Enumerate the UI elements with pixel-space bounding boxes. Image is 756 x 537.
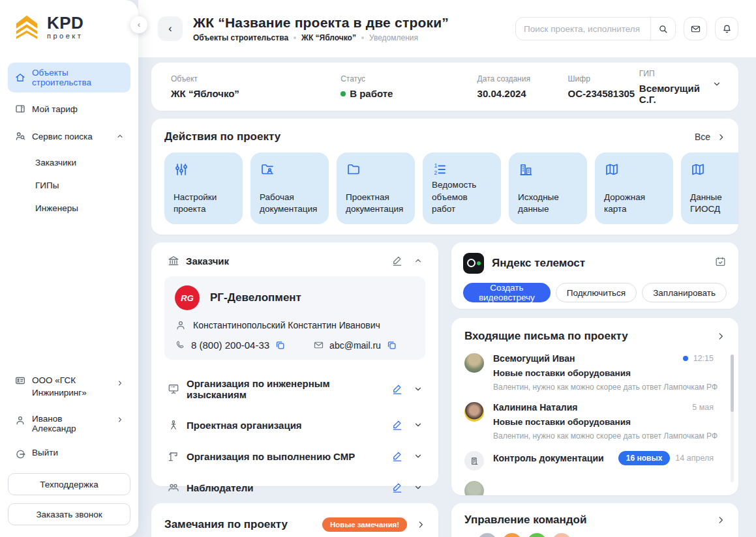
edit-section-button[interactable] — [391, 419, 403, 431]
action-card-source-data[interactable]: Исходные данные — [509, 152, 587, 224]
open-remarks-button[interactable] — [416, 520, 425, 529]
logo-text: KPD — [47, 14, 83, 31]
sidebar-item-company[interactable]: ООО «ГСК Инжиниринг» — [8, 369, 130, 405]
email-preview: Валентин, нужно как можно скорее дать от… — [493, 383, 725, 392]
status-dot — [340, 91, 346, 96]
action-label: Ведомость объемов работ — [432, 179, 492, 215]
search-input[interactable] — [516, 24, 650, 34]
sidebar-item-user[interactable]: Иванов Александр — [8, 409, 130, 439]
sidebar-item-objects[interactable]: Объекты строительства — [8, 63, 130, 93]
action-card-project-settings[interactable]: Настройки проекта — [164, 152, 243, 224]
order-call-button[interactable]: Заказать звонок — [8, 503, 130, 525]
person-search-icon — [14, 130, 26, 142]
section-design-org[interactable]: Проектная организация — [164, 418, 425, 431]
action-card-working-docs[interactable]: Рабочая документация — [250, 152, 329, 224]
person-icon — [175, 319, 187, 331]
sidebar-item-search-service[interactable]: Сервис поиска — [8, 125, 130, 147]
expand-section-button[interactable] — [414, 385, 423, 394]
subitem-label: ГИПы — [35, 181, 59, 190]
action-card-project-docs[interactable]: Проектная документация — [337, 152, 415, 224]
inbox-scrollbar[interactable] — [731, 355, 734, 482]
new-count-badge: 16 новых — [618, 451, 671, 465]
sidebar-item-tariff[interactable]: Мой тариф — [8, 98, 130, 120]
tariff-card-icon — [14, 103, 26, 115]
sidebar-subitem-engineers[interactable]: Инженеры — [8, 198, 130, 218]
company-name: РГ-Девелопмент — [210, 291, 301, 304]
view-all-label: Все — [695, 132, 710, 142]
section-label: Проектная организация — [187, 420, 302, 431]
avatar — [502, 533, 522, 537]
action-label: Рабочая документация — [260, 192, 320, 215]
sidebar-subitem-customers[interactable]: Заказчики — [8, 152, 130, 173]
email-list-item[interactable]: Калинина Наталия 5 мая Новые поставки об… — [464, 402, 725, 441]
join-meeting-button[interactable]: Подключиться — [556, 283, 637, 302]
topbar: ‹ ЖК “Название проекта в две строки” Объ… — [138, 0, 756, 57]
expand-section-button[interactable] — [414, 483, 423, 492]
view-all-link[interactable]: Все — [695, 132, 725, 142]
expand-section-button[interactable] — [414, 452, 423, 461]
mail-button[interactable] — [684, 17, 707, 40]
theodolite-icon — [167, 418, 180, 431]
section-engineering-survey[interactable]: Организация по инженерным изысканиям — [164, 378, 425, 400]
support-button[interactable]: Техподдержка — [8, 473, 130, 495]
calendar-check-icon[interactable] — [714, 255, 727, 268]
remarks-card[interactable]: Замечания по проекту Новые замечания! — [151, 503, 438, 537]
map-icon — [604, 162, 620, 177]
email-list-item[interactable]: Контроль документации 16 новых 14 апреля — [464, 451, 725, 471]
copy-email-button[interactable] — [386, 340, 397, 351]
sidebar-item-logout[interactable]: Выйти — [8, 443, 130, 465]
section-observers[interactable]: Наблюдатели — [164, 481, 425, 494]
action-card-giosd-data[interactable]: Данные ГИОСД — [681, 152, 738, 224]
chevron-down-icon[interactable] — [712, 80, 721, 89]
section-smr-org[interactable]: Организация по выполнению СМР — [164, 450, 425, 463]
email-sender: Контроль документации — [493, 453, 604, 463]
info-code-value: ОС-234581305 — [568, 88, 639, 99]
svg-text:1: 1 — [434, 162, 438, 169]
schedule-meeting-button[interactable]: Запланировать — [642, 283, 727, 302]
email-time: 5 мая — [692, 403, 714, 412]
telemost-title: Яндекс телемост — [492, 257, 585, 270]
team-title: Управление командой — [464, 514, 586, 527]
info-gip-value: Всемогущий С.Г. — [639, 83, 719, 105]
breadcrumb-notifications[interactable]: Уведомления — [369, 33, 418, 42]
crane-icon — [167, 450, 180, 463]
breadcrumb-project[interactable]: ЖК “Яблочко” — [301, 33, 356, 42]
edit-pencil-icon — [391, 450, 403, 462]
back-button[interactable]: ‹ — [158, 16, 183, 41]
status-badge: В работе — [350, 88, 393, 99]
edit-section-button[interactable] — [391, 450, 403, 462]
chevron-up-icon[interactable] — [116, 132, 124, 140]
edit-customer-button[interactable] — [391, 255, 403, 267]
kpd-roof-icon — [12, 13, 42, 40]
bell-icon — [721, 23, 733, 35]
sidebar-subitem-gips[interactable]: ГИПы — [8, 175, 130, 196]
user-label: Иванов Александр — [32, 414, 104, 433]
action-label: Настройки проекта — [174, 192, 234, 215]
action-card-roadmap[interactable]: Дорожная карта — [595, 152, 673, 224]
info-label: Статус — [340, 74, 477, 83]
email-sender: Всемогущий Иван — [493, 353, 575, 364]
company-label: ООО «ГСК Инжиниринг» — [32, 374, 104, 399]
email-time: 14 апреля — [675, 454, 714, 463]
breadcrumb-objects[interactable]: Объекты строительства — [193, 33, 288, 42]
email-list-item[interactable] — [464, 481, 725, 495]
edit-section-button[interactable] — [391, 383, 403, 395]
open-inbox-button[interactable] — [716, 332, 725, 341]
open-team-button[interactable] — [716, 515, 725, 525]
logo-subtext: проект — [47, 33, 83, 40]
search-button[interactable] — [650, 18, 675, 40]
edit-section-button[interactable] — [391, 482, 403, 493]
email-list-item[interactable]: Всемогущий Иван 12:15 Новые поставки обо… — [464, 353, 725, 392]
sidebar-collapse-button[interactable]: ‹ — [130, 16, 147, 33]
collapse-customer-button[interactable] — [414, 256, 423, 265]
notifications-button[interactable] — [715, 17, 738, 40]
edit-pencil-icon — [391, 255, 403, 267]
expand-section-button[interactable] — [414, 420, 423, 429]
action-card-work-volume[interactable]: 1 2 Ведомость объемов работ — [423, 152, 501, 224]
scrollbar-thumb[interactable] — [731, 355, 734, 412]
create-meeting-button[interactable]: Создать видеовстречу — [463, 283, 551, 302]
info-label: Дата создания — [477, 74, 568, 83]
copy-phone-button[interactable] — [275, 340, 286, 351]
team-card[interactable]: Управление командой — [451, 503, 738, 537]
section-label: Организация по инженерным изысканиям — [187, 378, 385, 400]
